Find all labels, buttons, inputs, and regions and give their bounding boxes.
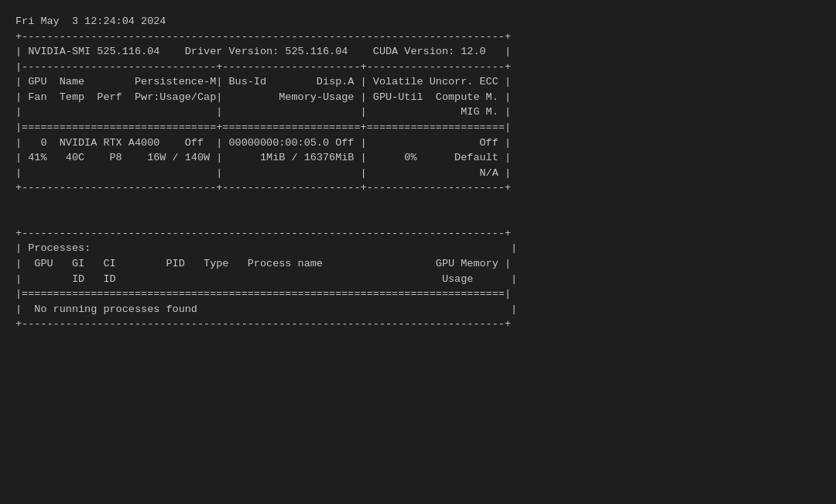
terminal-window: Fri May 3 12:24:04 2024 +---------------…	[15, 14, 821, 332]
terminal-output: Fri May 3 12:24:04 2024 +---------------…	[15, 14, 821, 332]
